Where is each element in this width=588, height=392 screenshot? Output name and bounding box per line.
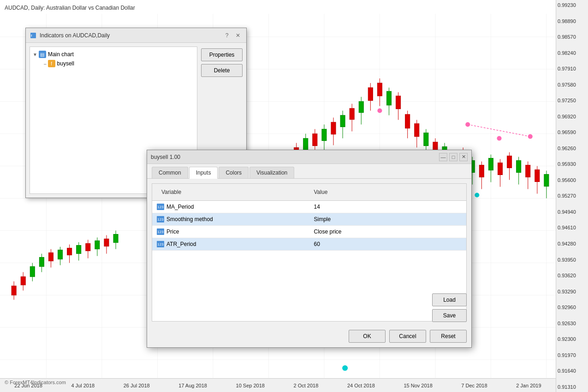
- tab-inputs[interactable]: Inputs: [189, 167, 218, 179]
- svg-rect-72: [386, 91, 391, 105]
- svg-rect-94: [488, 158, 493, 170]
- svg-rect-78: [415, 123, 419, 136]
- variable-cell-4: 123 ATR_Period: [152, 238, 309, 250]
- indicator-icon: f: [48, 60, 55, 67]
- indicators-dialog-titlebar: f Indicators on AUDCAD,Daily ? ✕: [26, 28, 246, 43]
- inputs-table: Variable Value 123 MA_Period 14 123 Smoo…: [152, 183, 467, 322]
- svg-rect-32: [58, 250, 63, 259]
- svg-point-113: [475, 193, 479, 197]
- svg-rect-28: [39, 257, 44, 267]
- titlebar-controls: — □ ✕: [439, 153, 468, 161]
- svg-point-108: [377, 108, 382, 113]
- price-axis: 0.99230 0.98890 0.98570 0.98240 0.97910 …: [556, 0, 588, 392]
- buysell-close-button[interactable]: ✕: [459, 153, 468, 161]
- table-row[interactable]: 123 ATR_Period 60: [152, 238, 466, 251]
- svg-rect-74: [396, 96, 401, 109]
- tab-visualization[interactable]: Visualization: [249, 167, 294, 178]
- svg-rect-38: [86, 244, 90, 251]
- variable-name-2: Smoothing method: [166, 216, 213, 222]
- svg-rect-98: [507, 156, 512, 168]
- svg-rect-44: [113, 234, 118, 243]
- svg-rect-60: [331, 122, 336, 134]
- svg-rect-42: [104, 239, 109, 246]
- col-value-header: Value: [309, 186, 462, 198]
- indicators-dialog-icon: f: [30, 32, 37, 39]
- side-buttons: Load Save: [432, 293, 467, 322]
- date-axis: 22 Jun 2018 4 Jul 2018 26 Jul 2018 17 Au…: [0, 378, 556, 392]
- minimize-button[interactable]: —: [439, 153, 447, 161]
- var-icon-4: 123: [157, 241, 164, 247]
- var-icon-1: 123: [157, 204, 164, 210]
- variable-name-1: MA_Period: [166, 204, 194, 210]
- table-header: Variable Value: [152, 184, 466, 201]
- svg-rect-62: [340, 115, 345, 127]
- svg-rect-34: [67, 248, 72, 255]
- svg-rect-30: [48, 253, 53, 261]
- value-cell-2[interactable]: Simple: [309, 213, 467, 225]
- indicators-close-button[interactable]: ✕: [233, 31, 243, 40]
- variable-name-3: Price: [166, 228, 179, 235]
- svg-rect-68: [368, 88, 373, 100]
- indicators-dialog-title: Indicators on AUDCAD,Daily: [40, 32, 220, 39]
- svg-line-112: [468, 124, 530, 136]
- table-row[interactable]: 123 MA_Period 14: [152, 201, 466, 213]
- svg-point-110: [497, 136, 501, 140]
- tab-common[interactable]: Common: [152, 167, 188, 178]
- svg-rect-92: [479, 165, 484, 177]
- save-button[interactable]: Save: [432, 309, 467, 322]
- svg-rect-102: [526, 165, 530, 177]
- tree-main-chart[interactable]: ▼ ▤ Main chart: [33, 50, 194, 59]
- svg-rect-70: [377, 83, 382, 96]
- value-cell-3[interactable]: Close price: [309, 226, 467, 238]
- col-variable-header: Variable: [157, 186, 309, 198]
- variable-cell-2: 123 Smoothing method: [152, 213, 309, 225]
- svg-point-114: [342, 365, 348, 371]
- svg-rect-22: [12, 286, 16, 295]
- tab-colors[interactable]: Colors: [219, 167, 249, 178]
- var-icon-3: 123: [157, 228, 164, 235]
- svg-rect-76: [405, 114, 410, 128]
- value-cell-1[interactable]: 14: [309, 201, 467, 213]
- buysell-label: buysell: [57, 60, 74, 67]
- variable-cell-3: 123 Price: [152, 226, 309, 238]
- svg-rect-96: [498, 163, 502, 175]
- svg-rect-56: [313, 134, 317, 146]
- reset-button[interactable]: Reset: [430, 330, 467, 343]
- expand-icon: ▼: [33, 52, 37, 57]
- svg-rect-104: [535, 170, 540, 181]
- svg-rect-36: [77, 246, 81, 254]
- buysell-titlebar: buysell 1.00 — □ ✕: [147, 150, 471, 164]
- svg-rect-24: [21, 277, 25, 285]
- svg-rect-66: [359, 101, 363, 112]
- load-button[interactable]: Load: [432, 293, 467, 306]
- chart-title: AUDCAD, Daily: Australian Dollar vs Cana…: [5, 5, 135, 11]
- svg-rect-106: [544, 174, 549, 186]
- svg-rect-26: [30, 267, 35, 277]
- tabs-bar: Common Inputs Colors Visualization: [147, 164, 471, 179]
- buysell-dialog: buysell 1.00 — □ ✕ Common Inputs Colors …: [147, 150, 472, 348]
- tree-buysell[interactable]: – f buysell: [33, 59, 194, 68]
- bottom-buttons: OK Cancel Reset: [349, 330, 467, 343]
- properties-button[interactable]: Properties: [201, 48, 243, 61]
- variable-cell-1: 123 MA_Period: [152, 201, 309, 213]
- delete-button[interactable]: Delete: [201, 64, 243, 77]
- svg-rect-40: [95, 241, 100, 249]
- chart-watermark: © ForexMT4Indicators.com: [5, 380, 66, 385]
- svg-rect-64: [350, 108, 354, 119]
- ok-button[interactable]: OK: [349, 330, 386, 343]
- chart-icon: ▤: [39, 51, 46, 58]
- buysell-dialog-title: buysell 1.00: [151, 154, 439, 160]
- variable-name-4: ATR_Period: [166, 241, 196, 247]
- svg-rect-58: [322, 129, 327, 140]
- sub-dash-icon: –: [44, 61, 47, 66]
- cancel-button[interactable]: Cancel: [389, 330, 426, 343]
- table-row[interactable]: 123 Price Close price: [152, 226, 466, 238]
- main-chart-label: Main chart: [48, 51, 74, 58]
- value-cell-4[interactable]: 60: [309, 238, 467, 250]
- var-icon-2: 123: [157, 216, 164, 222]
- indicators-help-button[interactable]: ?: [222, 31, 232, 40]
- maximize-button[interactable]: □: [449, 153, 457, 161]
- svg-rect-100: [517, 160, 521, 172]
- table-row[interactable]: 123 Smoothing method Simple: [152, 213, 466, 226]
- svg-rect-80: [424, 133, 428, 146]
